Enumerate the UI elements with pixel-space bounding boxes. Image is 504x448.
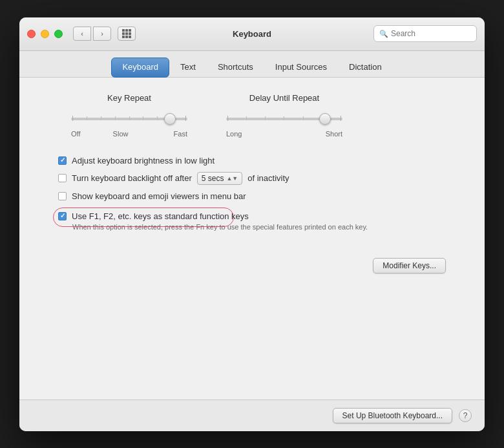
key-repeat-fast-label: Fast: [174, 130, 187, 138]
fn-keys-description: When this option is selected, press the …: [72, 222, 446, 232]
close-button[interactable]: [27, 30, 36, 38]
tab-keyboard[interactable]: Keyboard: [111, 58, 169, 78]
search-input[interactable]: [391, 29, 471, 38]
window-title: Keyboard: [233, 29, 271, 39]
fn-keys-checkbox[interactable]: [58, 212, 67, 220]
brightness-label: Adjust keyboard brightness in low light: [72, 156, 215, 165]
options-section: Adjust keyboard brightness in low light …: [58, 156, 446, 232]
delay-repeat-slider-group: Delay Until Repeat: [226, 93, 342, 138]
option-brightness-row: Adjust keyboard brightness in low light: [58, 156, 446, 165]
backlight-dropdown[interactable]: 5 secs ▲▼: [197, 172, 243, 185]
key-repeat-slider-container[interactable]: [71, 109, 187, 129]
traffic-lights: [27, 30, 63, 38]
nav-buttons: ‹ ›: [73, 27, 111, 41]
emoji-checkbox[interactable]: [58, 192, 67, 200]
delay-repeat-thumb[interactable]: [319, 113, 331, 125]
sliders-row: Key Repeat: [58, 93, 446, 138]
tab-shortcuts[interactable]: Shortcuts: [207, 58, 264, 77]
tab-input-sources[interactable]: Input Sources: [264, 58, 338, 77]
key-repeat-labels: Off Slow Fast: [71, 130, 187, 138]
backlight-dropdown-value: 5 secs: [202, 174, 224, 183]
back-button[interactable]: ‹: [73, 27, 91, 41]
forward-button[interactable]: ›: [93, 27, 111, 41]
tab-dictation[interactable]: Dictation: [338, 58, 393, 77]
brightness-checkbox[interactable]: [58, 156, 67, 165]
modifier-keys-row: Modifier Keys...: [58, 258, 446, 273]
delay-repeat-label: Delay Until Repeat: [249, 93, 319, 103]
dropdown-arrow-icon: ▲▼: [226, 175, 238, 182]
key-repeat-slider-group: Key Repeat: [71, 93, 187, 138]
content-area: Key Repeat: [19, 78, 485, 400]
backlight-label-prefix: Turn keyboard backlight off after: [72, 173, 192, 183]
delay-repeat-labels: Long Short: [226, 130, 342, 138]
emoji-label: Show keyboard and emoji viewers in menu …: [72, 191, 246, 201]
minimize-button[interactable]: [41, 30, 49, 38]
option-fn-keys-section: Use F1, F2, etc. keys as standard functi…: [58, 211, 446, 232]
tab-text[interactable]: Text: [169, 58, 207, 77]
modifier-keys-button[interactable]: Modifier Keys...: [373, 258, 446, 273]
fn-keys-label: Use F1, F2, etc. keys as standard functi…: [72, 211, 249, 221]
key-repeat-off-label: Off: [71, 130, 80, 138]
delay-repeat-slider-container[interactable]: [226, 109, 342, 129]
delay-long-label: Long: [226, 130, 242, 138]
bluetooth-keyboard-button[interactable]: Set Up Bluetooth Keyboard...: [333, 408, 452, 423]
key-repeat-slow-label: Slow: [113, 130, 129, 138]
content-inner: Key Repeat: [58, 93, 446, 273]
option-fn-keys-row: Use F1, F2, etc. keys as standard functi…: [58, 211, 446, 221]
grid-button[interactable]: [118, 27, 136, 41]
search-icon: 🔍: [379, 30, 388, 38]
backlight-label-suffix: of inactivity: [247, 173, 289, 183]
maximize-button[interactable]: [54, 30, 63, 38]
help-button[interactable]: ?: [459, 409, 472, 422]
key-repeat-label: Key Repeat: [107, 93, 151, 103]
bottom-right: Set Up Bluetooth Keyboard... ?: [333, 408, 472, 423]
key-repeat-thumb[interactable]: [164, 113, 176, 125]
search-box[interactable]: 🔍: [373, 25, 477, 42]
titlebar: ‹ › Keyboard 🔍: [19, 17, 485, 51]
option-emoji-row: Show keyboard and emoji viewers in menu …: [58, 191, 446, 201]
main-window: ‹ › Keyboard 🔍 Keyboard Text Shortcuts I…: [19, 17, 485, 431]
bottom-bar: Set Up Bluetooth Keyboard... ?: [19, 400, 485, 431]
grid-icon: [122, 29, 131, 38]
option-backlight-row: Turn keyboard backlight off after 5 secs…: [58, 172, 446, 185]
backlight-checkbox[interactable]: [58, 174, 67, 182]
tabs-bar: Keyboard Text Shortcuts Input Sources Di…: [19, 51, 485, 78]
delay-short-label: Short: [326, 130, 342, 138]
